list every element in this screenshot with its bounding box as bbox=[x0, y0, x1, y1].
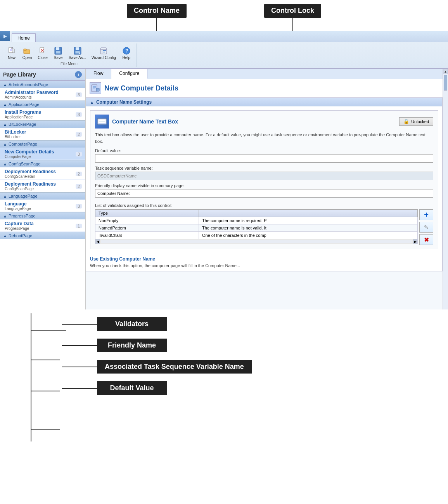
friendly-name-input[interactable] bbox=[95, 189, 433, 198]
validator-row-nonempty[interactable]: NonEmpty The computer name is required. … bbox=[95, 217, 418, 224]
control-icon bbox=[95, 115, 109, 129]
sidebar-group-bitlocker[interactable]: ▲ BitLockerPage bbox=[0, 120, 85, 128]
sidebar-group-computer[interactable]: ▲ ComputerPage bbox=[0, 140, 85, 148]
open-label: Open bbox=[22, 56, 32, 60]
sidebar-item-left: Administrator Password AdminAccounts bbox=[5, 90, 59, 99]
group-arrow-adminaccounts: ▲ bbox=[3, 83, 7, 87]
add-validator-button[interactable]: + bbox=[419, 209, 433, 220]
default-value-input[interactable] bbox=[95, 154, 433, 163]
right-scrollbar: ▲ bbox=[443, 69, 448, 309]
group-arrow-computer: ▲ bbox=[3, 142, 7, 146]
item-sub-deploymentreadiness1: ConfigScanRetail bbox=[5, 174, 56, 179]
ann-row-taskseq: Associated Task Sequence Variable Name bbox=[31, 360, 448, 374]
item-sub-installprograms: ApplicationPage bbox=[5, 115, 41, 119]
validators-col-desc bbox=[199, 210, 418, 217]
item-name-capturedata: Capture Data bbox=[5, 221, 34, 226]
sidebar-item-left-computer: New Computer Details ComputerPage bbox=[5, 149, 54, 159]
ann-row-validators: Validators bbox=[31, 317, 448, 331]
control-lock-label: Control Lock bbox=[264, 4, 321, 18]
validator-row-invalidchars[interactable]: InvalidChars One of the characters in th… bbox=[95, 232, 418, 239]
item-num-language: 3 bbox=[76, 204, 82, 209]
item-name-installprograms: Install Programs bbox=[5, 109, 41, 115]
group-arrow-language: ▲ bbox=[3, 194, 7, 198]
app-button[interactable]: ▶ bbox=[0, 31, 10, 41]
svg-text:?: ? bbox=[125, 48, 128, 54]
group-arrow-progress: ▲ bbox=[3, 214, 7, 218]
sidebar-item-bitlocker[interactable]: BitLocker BitLocker 2 bbox=[0, 128, 85, 140]
sidebar-item-deploymentreadiness1[interactable]: Deployment Readiness ConfigScanRetail 2 bbox=[0, 167, 85, 180]
ann-row-defaultval: Default Value bbox=[31, 381, 448, 395]
group-label-reboot: RebootPage bbox=[9, 233, 32, 238]
save-as-button[interactable]: + Save As... bbox=[67, 45, 88, 61]
ann-line-taskseq bbox=[62, 367, 97, 367]
ann-row-friendly: Friendly Name bbox=[31, 339, 448, 352]
lock-icon: 🔓 bbox=[403, 119, 409, 124]
item-num-newcomputerdetails: 3 bbox=[76, 152, 82, 156]
tab-flow[interactable]: Flow bbox=[86, 69, 111, 79]
default-value-ann-box: Default Value bbox=[97, 381, 167, 395]
sidebar-group-adminaccounts[interactable]: ▲ AdminAccountsPage bbox=[0, 81, 85, 88]
validators-col-type: Type bbox=[95, 210, 199, 217]
validators-ann-box: Validators bbox=[97, 317, 167, 331]
sidebar-group-application[interactable]: ▲ ApplicationPage bbox=[0, 101, 85, 108]
validators-section: List of validators assigned to this cont… bbox=[95, 203, 433, 245]
item-name-language: Language bbox=[5, 201, 31, 207]
lock-button[interactable]: 🔓 Unlocked bbox=[399, 117, 433, 126]
sidebar-item-capturedata[interactable]: Capture Data ProgressPage 1 bbox=[0, 219, 85, 232]
use-existing-link[interactable]: Use Existing Computer Name bbox=[86, 253, 442, 263]
task-seq-label: Task sequence variable name: bbox=[95, 166, 433, 170]
sidebar-group-configscan[interactable]: ▲ ConfigScanPage bbox=[0, 160, 85, 167]
close-button[interactable]: Close bbox=[36, 45, 50, 61]
item-sub-language: LanguagePage bbox=[5, 207, 31, 211]
item-name-newcomputerdetails: New Computer Details bbox=[5, 149, 54, 155]
section-header[interactable]: ▲ Computer Name Settings bbox=[86, 98, 442, 106]
help-label: Help bbox=[123, 56, 131, 60]
svg-rect-12 bbox=[76, 47, 79, 50]
wizard-config-button[interactable]: Wizard Config bbox=[90, 45, 118, 61]
help-button[interactable]: ? Help bbox=[119, 45, 133, 61]
delete-icon: ✖ bbox=[424, 236, 429, 243]
edit-icon: ✎ bbox=[424, 224, 429, 230]
tab-home[interactable]: Home bbox=[12, 33, 36, 42]
friendly-label: Friendly display name visible in summary… bbox=[95, 183, 433, 188]
friendly-name-ann-box: Friendly Name bbox=[97, 339, 167, 352]
sidebar-item-left-deploy2: Deployment Readiness ConfigScanPage bbox=[5, 181, 56, 191]
wizard-config-icon bbox=[99, 46, 108, 56]
item-sub-adminpassword: AdminAccounts bbox=[5, 95, 59, 99]
sidebar-group-reboot[interactable]: ▲ RebootPage bbox=[0, 232, 85, 239]
sidebar-item-left-capture: Capture Data ProgressPage bbox=[5, 221, 34, 231]
sidebar-item-newcomputerdetails[interactable]: New Computer Details ComputerPage 3 bbox=[0, 148, 85, 160]
task-seq-input[interactable] bbox=[95, 172, 433, 180]
sidebar-info-icon[interactable]: i bbox=[75, 71, 82, 78]
sidebar-group-progress[interactable]: ▲ ProgressPage bbox=[0, 212, 85, 219]
sidebar-item-deploymentreadiness2[interactable]: Deployment Readiness ConfigScanPage 2 bbox=[0, 180, 85, 192]
scroll-up-arrow[interactable]: ▲ bbox=[443, 69, 448, 74]
ribbon: ▶ Home New Open bbox=[0, 31, 448, 69]
item-sub-capturedata: ProgressPage bbox=[5, 226, 34, 231]
item-name-adminpassword: Administrator Password bbox=[5, 90, 59, 95]
validator-row-namedpattern[interactable]: NamedPattern The computer name is not va… bbox=[95, 224, 418, 232]
sidebar-item-installprograms[interactable]: Install Programs ApplicationPage 3 bbox=[0, 108, 85, 120]
save-button[interactable]: Save bbox=[51, 45, 65, 61]
save-as-icon: + bbox=[73, 46, 82, 56]
tab-configure[interactable]: Configure bbox=[111, 69, 147, 79]
svg-rect-19 bbox=[103, 52, 105, 52]
scroll-thumb[interactable] bbox=[444, 75, 447, 90]
sidebar-item-left-bitlocker: BitLocker BitLocker bbox=[5, 129, 26, 139]
group-label-computer: ComputerPage bbox=[9, 142, 37, 146]
control-card-left: Computer Name Text Box bbox=[95, 115, 178, 129]
validators-buttons: + ✎ ✖ bbox=[419, 209, 433, 245]
delete-validator-button[interactable]: ✖ bbox=[419, 234, 433, 245]
table-scrollbar-row: ◀ ▶ bbox=[95, 239, 418, 244]
open-button[interactable]: Open bbox=[20, 45, 34, 61]
sidebar-item-adminpassword[interactable]: Administrator Password AdminAccounts 3 bbox=[0, 88, 85, 101]
sidebar-item-language[interactable]: Language LanguagePage 3 bbox=[0, 200, 85, 212]
save-as-label: Save As... bbox=[69, 56, 86, 60]
edit-validator-button[interactable]: ✎ bbox=[419, 222, 433, 233]
add-icon: + bbox=[424, 210, 429, 219]
group-label-configscan: ConfigScanPage bbox=[9, 162, 41, 166]
new-button[interactable]: New bbox=[5, 45, 19, 61]
sidebar-group-language[interactable]: ▲ LanguagePage bbox=[0, 192, 85, 200]
file-menu-label: File Menu bbox=[61, 62, 78, 66]
ann-line-validators bbox=[62, 324, 97, 325]
